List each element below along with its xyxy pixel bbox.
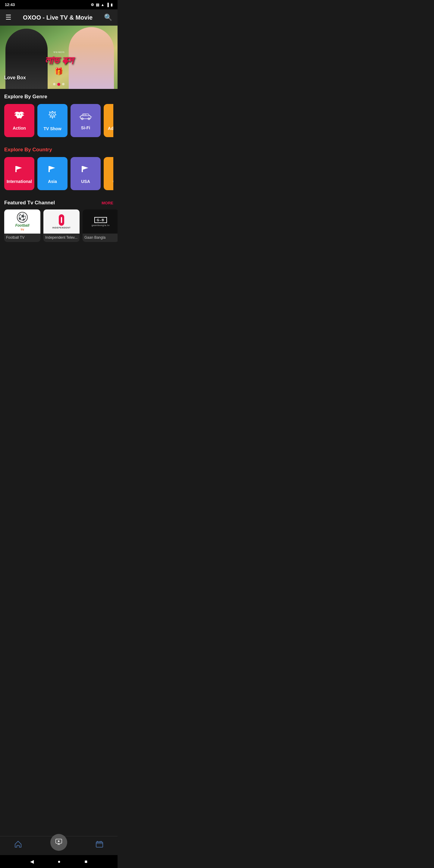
svg-marker-17 <box>17 166 22 170</box>
transformer-icon <box>47 110 58 123</box>
independent-logo: INDEPENDENT <box>52 214 70 229</box>
hero-subtitle: সাগর আহান'র <box>44 51 73 54</box>
usa-flag-icon <box>81 164 91 176</box>
explore-country-section: Explore By Country International Asia <box>0 142 118 195</box>
more-button[interactable]: MORE <box>101 201 113 205</box>
featured-channels-title: Featured Tv Channel <box>4 200 55 206</box>
channel-card-independent[interactable]: INDEPENDENT Independent Telev... <box>43 210 80 242</box>
search-icon[interactable]: 🔍 <box>104 13 112 22</box>
football-text: Football <box>16 223 30 227</box>
hero-dots <box>53 83 64 86</box>
country-card-asia[interactable]: Asia <box>37 157 67 190</box>
svg-point-2 <box>51 114 54 116</box>
channels-grid: ⚽ Football TV Football TV INDEPENDENT In… <box>0 210 118 246</box>
signal-icon: ▐ <box>106 3 109 7</box>
featured-channels-header: Featured Tv Channel MORE <box>0 195 118 210</box>
international-flag-icon <box>14 164 24 176</box>
genre-label-tvshow: TV Show <box>43 126 61 131</box>
genre-card-tvshow[interactable]: TV Show <box>37 104 67 137</box>
genre-grid: Action TV Show <box>4 104 113 140</box>
gaanbangla-logo: G-B gaanbangla.tv <box>92 217 110 226</box>
wifi-icon: ▲ <box>101 3 104 7</box>
explore-genre-section: Explore By Genre Action <box>0 89 118 142</box>
channel-name-independent: Independent Telev... <box>43 234 80 242</box>
country-title-highlight: Explore By Country <box>4 147 52 153</box>
country-label-asia: Asia <box>48 179 57 184</box>
gaanbangla-sub-text: gaanbangla.tv <box>92 224 110 226</box>
hero-dot-3[interactable] <box>62 83 64 85</box>
hero-title-overlay: সাগর আহান'র লাভ বক্স 🎁 <box>44 51 73 76</box>
channel-thumb-gaanbangla: G-B gaanbangla.tv <box>83 210 118 234</box>
batman-icon <box>14 111 25 123</box>
car-icon <box>79 111 92 122</box>
asia-flag-icon <box>47 164 58 176</box>
svg-rect-18 <box>49 166 50 172</box>
hero-gift-icon: 🎁 <box>44 67 73 76</box>
country-grid: International Asia USA <box>4 157 113 193</box>
football-ball-icon: ⚽ <box>17 212 28 223</box>
genre-label-action: Action <box>13 126 26 130</box>
country-label-china: China <box>113 179 113 184</box>
country-label-usa: USA <box>81 179 90 184</box>
channel-name-gaanbangla: Gaan Bangla <box>83 234 118 242</box>
app-title: OXOO - Live TV & Movie <box>23 14 93 21</box>
hamburger-menu-icon[interactable]: ☰ <box>5 13 11 22</box>
status-time: 12:43 <box>5 2 15 7</box>
svg-rect-16 <box>16 166 17 172</box>
sim-icon: ▤ <box>96 3 99 7</box>
hero-bangla-title: লাভ বক্স <box>44 55 73 66</box>
hero-dot-2[interactable] <box>57 83 60 86</box>
channel-name-football: Football TV <box>4 234 40 242</box>
svg-point-0 <box>18 114 19 116</box>
football-tv-label: TV <box>21 228 24 231</box>
svg-point-1 <box>20 114 21 116</box>
channel-card-football-tv[interactable]: ⚽ Football TV Football TV <box>4 210 40 242</box>
genre-card-scifi[interactable]: Si-Fi <box>70 104 101 137</box>
hero-movie-label: Love Box <box>4 75 26 81</box>
genre-card-adventure[interactable]: Adventur... <box>104 104 113 137</box>
status-bar: 12:43 ⚙ ▤ ▲ ▐ ▮ <box>0 0 118 9</box>
football-logo: ⚽ Football TV <box>16 212 30 231</box>
independent-label: INDEPENDENT <box>52 227 70 229</box>
genre-label-scifi: Si-Fi <box>81 125 90 130</box>
gaanbangla-brand-text: G-B <box>94 217 107 223</box>
country-card-usa[interactable]: USA <box>70 157 101 190</box>
genre-card-action[interactable]: Action <box>4 104 34 137</box>
genre-label-adventure: Adventur... <box>108 126 113 131</box>
country-section-title: Explore By Country <box>4 147 113 153</box>
svg-rect-3 <box>81 116 91 119</box>
channel-thumb-independent: INDEPENDENT <box>43 210 80 234</box>
country-card-international[interactable]: International <box>4 157 34 190</box>
header: ☰ OXOO - Live TV & Movie 🔍 <box>0 9 118 26</box>
hero-dot-1[interactable] <box>53 83 56 85</box>
country-label-international: International <box>7 179 32 184</box>
svg-rect-20 <box>82 166 83 172</box>
gear-icon: ⚙ <box>91 3 94 7</box>
country-card-china[interactable]: China <box>104 157 113 190</box>
hero-banner[interactable]: সাগর আহান'র লাভ বক্স 🎁 Love Box <box>0 26 118 89</box>
channel-thumb-football: ⚽ Football TV <box>4 210 40 234</box>
genre-section-title: Explore By Genre <box>4 94 113 100</box>
svg-marker-19 <box>50 166 55 170</box>
channel-card-gaanbangla[interactable]: G-B gaanbangla.tv Gaan Bangla <box>83 210 118 242</box>
battery-icon: ▮ <box>111 3 113 7</box>
independent-pill-icon <box>59 214 64 226</box>
svg-marker-21 <box>83 166 88 170</box>
